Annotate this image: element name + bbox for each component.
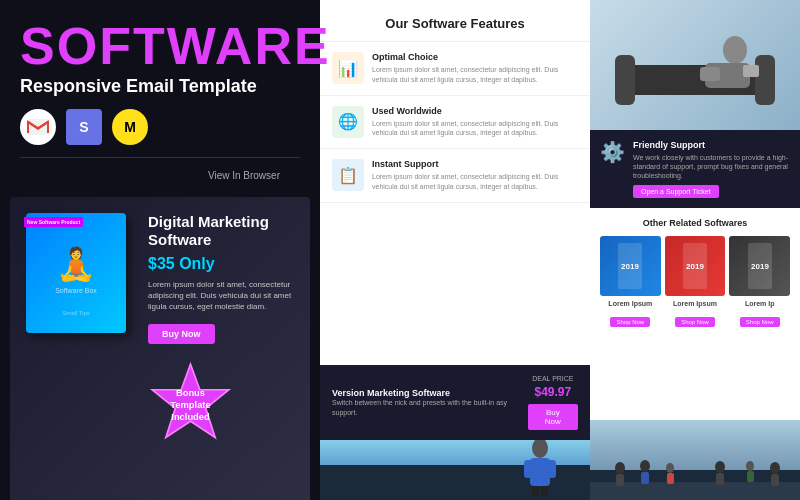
optimal-title: Optimal Choice [372,52,578,62]
related-section: Other Related Softwares 2019 Lorem Ipsum… [590,208,800,420]
svg-point-25 [615,462,625,474]
product-small: Small Tips [58,310,94,316]
deal-desc: Switch between the nick and presets with… [332,398,528,416]
svg-rect-8 [532,486,539,496]
product-box: New Software Product 🧘 Software Box Smal… [26,213,136,490]
person-city [520,440,560,500]
support-ticket-button[interactable]: Open a Support Ticket [633,185,719,198]
feature-support: 📋 Instant Support Lorem ipsum dolor sit … [320,149,590,203]
related-name-2: Lorem Ipsum [665,300,726,307]
middle-panel: Our Software Features 📊 Optimal Choice L… [320,0,590,500]
svg-point-27 [640,460,650,472]
svg-rect-36 [771,474,779,486]
support-paragraph: We work closely with customers to provid… [633,153,790,180]
main-title: SOFTWARE [20,20,300,72]
svg-point-33 [746,461,754,471]
support-text: Friendly Support We work closely with cu… [633,140,790,198]
optimal-icon: 📊 [332,52,364,84]
right-panel: ⚙️ Friendly Support We work closely with… [590,0,800,500]
deal-title: Version Marketing Software [332,388,528,398]
svg-rect-9 [541,486,548,496]
mailchimp-icon: M [112,109,148,145]
worldwide-icon: 🌐 [332,106,364,138]
svg-rect-26 [616,474,624,486]
deal-price-label: DEAL PRICE [528,375,578,382]
related-item-2: 2019 Lorem Ipsum Shop Now [665,236,726,328]
shop-button-3[interactable]: Shop Now [740,317,780,327]
deal-section: Version Marketing Software Switch betwee… [320,365,590,440]
related-name-3: Lorem Ip [729,300,790,307]
deal-left: Version Marketing Software Switch betwee… [332,388,528,416]
feature-optimal-text: Optimal Choice Lorem ipsum dolor sit ame… [372,52,578,85]
svg-rect-12 [755,55,775,105]
optimal-desc: Lorem ipsum dolor sit amet, consectetur … [372,65,578,85]
svg-point-29 [666,463,674,473]
svg-rect-5 [530,458,550,486]
product-figure: 🧘 [56,245,96,283]
buy-now-button[interactable]: Buy Now [148,324,215,344]
product-box-img: New Software Product 🧘 Software Box Smal… [26,213,126,333]
related-name-1: Lorem Ipsum [600,300,661,307]
svg-rect-15 [700,67,720,81]
price-text: $35 Only [148,255,294,273]
related-title: Other Related Softwares [600,218,790,228]
svg-rect-16 [743,65,759,77]
feature-worldwide: 🌐 Used Worldwide Lorem ipsum dolor sit a… [320,96,590,150]
svg-text:Included: Included [171,412,210,422]
stripe-icon: S [66,109,102,145]
subtitle: Responsive Email Template [20,76,300,97]
features-header: Our Software Features [320,0,590,42]
related-item-3: 2019 Lorem Ip Shop Now [729,236,790,328]
deal-price: $49.97 [534,385,571,399]
svg-rect-32 [716,473,724,485]
product-new-label: New Software Product [24,217,83,227]
svg-rect-7 [548,460,556,478]
svg-rect-28 [641,472,649,484]
svg-rect-30 [667,473,674,484]
svg-text:2019: 2019 [751,262,769,271]
left-panel: SOFTWARE Responsive Email Template S M V… [0,0,320,500]
svg-point-4 [532,440,548,458]
view-in-browser[interactable]: View In Browser [20,170,300,181]
email-content: Digital Marketing Software $35 Only Lore… [148,213,294,490]
svg-rect-6 [524,460,532,478]
svg-rect-11 [615,55,635,105]
hero-bg [590,0,800,130]
bottom-photo [590,420,800,500]
svg-point-13 [723,36,747,64]
related-item-1: 2019 Lorem Ipsum Shop Now [600,236,661,328]
support-section: ⚙️ Friendly Support We work closely with… [590,130,800,208]
svg-text:Bonus: Bonus [176,388,205,398]
svg-text:Template: Template [170,400,210,410]
shop-button-1[interactable]: Shop Now [610,317,650,327]
email-dark-bg: New Software Product 🧘 Software Box Smal… [10,197,310,500]
worldwide-title: Used Worldwide [372,106,578,116]
deal-right: DEAL PRICE $49.97 Buy Now [528,375,578,430]
deal-buy-button[interactable]: Buy Now [528,404,578,430]
svg-rect-34 [747,471,754,482]
support-desc: Lorem ipsum dolor sit amet, consectetur … [372,172,578,192]
svg-point-35 [770,462,780,474]
svg-text:2019: 2019 [686,262,704,271]
product-brand: Software Box [55,287,97,294]
digital-title: Digital Marketing Software [148,213,294,249]
related-box-1: 2019 [600,236,661,296]
svg-text:2019: 2019 [621,262,639,271]
left-top: SOFTWARE Responsive Email Template S M V… [0,0,320,197]
feature-support-text: Instant Support Lorem ipsum dolor sit am… [372,159,578,192]
support-icon: 📋 [332,159,364,191]
feature-optimal: 📊 Optimal Choice Lorem ipsum dolor sit a… [320,42,590,96]
gmail-icon [20,109,56,145]
support-gear-icon: ⚙️ [600,140,625,164]
shop-button-2[interactable]: Shop Now [675,317,715,327]
worldwide-desc: Lorem ipsum dolor sit amet, consectetur … [372,119,578,139]
related-items: 2019 Lorem Ipsum Shop Now 2019 Lorem Ips… [600,236,790,328]
bonus-badge: Bonus Template Included [148,360,233,445]
related-box-2: 2019 [665,236,726,296]
support-heading: Friendly Support [633,140,790,150]
divider [20,157,300,158]
city-photo [320,440,590,500]
support-title: Instant Support [372,159,578,169]
feature-worldwide-text: Used Worldwide Lorem ipsum dolor sit ame… [372,106,578,139]
svg-point-31 [715,461,725,473]
